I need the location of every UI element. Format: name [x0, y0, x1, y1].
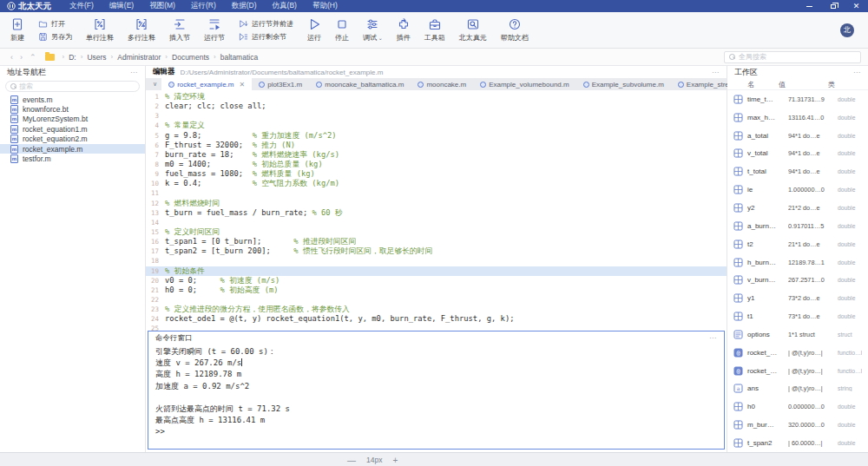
line-number: 23	[146, 305, 165, 314]
menu-item-1[interactable]: 编辑(E)	[102, 1, 141, 11]
sidebar-more-icon[interactable]: ⋯	[130, 69, 138, 76]
sidebar-search-box[interactable]	[5, 81, 140, 92]
menu-item-4[interactable]: 数据(D)	[224, 1, 265, 11]
toolbar-new-button[interactable]: 新建	[3, 13, 31, 48]
workspace-row-6[interactable]: y221*2 do…edouble	[727, 199, 868, 217]
restore-button[interactable]	[821, 0, 845, 12]
font-increase-button[interactable]: +	[392, 456, 398, 465]
breadcrumb-segment-2[interactable]: Administrator	[117, 53, 161, 62]
workspace-row-10[interactable]: v_burn…267.2571…0double	[727, 271, 868, 289]
global-search-box[interactable]	[724, 51, 861, 63]
toolbar-comment-single-button[interactable]: 单行注释	[79, 13, 121, 48]
command-window-more-icon[interactable]: ⋯	[709, 334, 717, 342]
workspace-row-4[interactable]: t_total94*1 do…edouble	[727, 162, 868, 180]
workspace-row-5[interactable]: ie1.000000…0double	[727, 180, 868, 199]
search-icon	[729, 54, 735, 60]
workspace-row-18[interactable]: m_bur…320.0000…0double	[727, 416, 868, 434]
breadcrumb-segment-0[interactable]: D:	[69, 53, 76, 62]
command-line-3: 加速度 a = 0.92 m/s^2	[155, 381, 717, 392]
editor-tab-0[interactable]: rocket_example.m✕	[161, 78, 252, 90]
file-item-rocket_equation2.m[interactable]: mrocket_equation2.m	[0, 135, 145, 144]
matrix-variable-icon	[733, 167, 743, 176]
workspace-row-9[interactable]: h_burn…12189.78…1double	[727, 253, 868, 272]
global-search-input[interactable]	[739, 53, 856, 61]
workspace-row-8[interactable]: t221*1 do…edouble	[727, 235, 868, 253]
breadcrumb-segment-1[interactable]: Users	[87, 53, 106, 62]
workspace-title: 工作区	[734, 67, 758, 78]
toolbar-run-button[interactable]: 运行	[300, 13, 328, 48]
file-item-knownforce.bt[interactable]: mknownforce.bt	[0, 104, 145, 114]
tab-close-icon[interactable]: ✕	[239, 81, 245, 89]
user-avatar[interactable]: 北	[840, 23, 854, 37]
command-window-title: 命令行窗口	[155, 333, 193, 344]
restore-icon	[831, 4, 836, 9]
toolbar-open-button[interactable]: 打开	[38, 19, 72, 29]
breadcrumb-segment-4[interactable]: baltamatica	[220, 53, 258, 62]
editor-tab-3[interactable]: mooncake.m	[411, 78, 473, 90]
variable-class: double	[838, 313, 862, 319]
svg-text:a: a	[737, 385, 740, 391]
editor-tab-5[interactable]: Example_subvolume.m	[576, 78, 671, 90]
toolbar-saveas-button[interactable]: 另存为	[38, 32, 72, 42]
toolbar-run-remaining-button[interactable]: 运行剩余节	[239, 32, 293, 42]
variable-name: t2	[747, 240, 788, 248]
workspace-more-icon[interactable]: ⋯	[853, 69, 861, 76]
toolbar-insert-section-button[interactable]: 插入节	[162, 13, 197, 48]
workspace-row-16[interactable]: aans| @(t,y)ro…|string	[727, 380, 868, 398]
close-button[interactable]: ✕	[845, 0, 868, 12]
toolbar-beitai-button[interactable]: 北太真元	[452, 13, 494, 48]
forward-icon[interactable]: ›	[16, 53, 26, 62]
workspace-row-15[interactable]: @rocket_…| @(t,y)ro…|functio…le	[727, 362, 868, 380]
toolbar-comment-multi-button[interactable]: 多行注释	[121, 13, 162, 48]
command-output[interactable]: 引擎关闭瞬间 (t = 60.00 s)：速度 v = 267.26 m/s高度…	[148, 345, 724, 449]
workspace-row-14[interactable]: @rocket_…| @(t,y)ro…|functio…le	[727, 344, 868, 362]
workspace-row-3[interactable]: v_total94*1 do…edouble	[727, 145, 868, 163]
toolbar-plugin-button[interactable]: 插件	[390, 13, 418, 48]
menu-item-2[interactable]: 视图(M)	[141, 1, 183, 11]
toolbar-label: 北太真元	[459, 33, 487, 43]
file-item-testfor.m[interactable]: mtestfor.m	[0, 154, 145, 163]
font-decrease-button[interactable]: —	[347, 456, 356, 465]
m-file-icon	[316, 82, 322, 88]
toolbar-toolbox-button[interactable]: 工具箱	[418, 13, 452, 48]
workspace-row-13[interactable]: options1*1 structstruct	[727, 325, 868, 344]
toolbar-debug-button[interactable]: 调试 ⌄	[356, 13, 390, 48]
workspace-row-0[interactable]: time_t…71.31731…9double	[727, 90, 868, 108]
workspace-row-1[interactable]: max_h…13116.41…0double	[727, 108, 868, 127]
variable-value: 320.0000…0	[788, 421, 838, 429]
file-item-rocket_equation1.m[interactable]: mrocket_equation1.m	[0, 124, 145, 134]
code-line-17: 17t_span2 = [t_burn 200]; % 惯性飞行段时间区间，取足…	[146, 246, 727, 256]
workspace-row-11[interactable]: y173*2 do…edouble	[727, 289, 868, 307]
menu-item-3[interactable]: 运行(R)	[183, 1, 224, 11]
menu-item-0[interactable]: 文件(F)	[62, 1, 102, 11]
variable-name: y1	[747, 294, 788, 302]
editor-tab-1[interactable]: plot3Ex1.m	[252, 78, 309, 90]
workspace-row-17[interactable]: h00.000000…0double	[727, 397, 868, 416]
code-area[interactable]: 1% 清空环境2clear; clc; close all;34% 常量定义5g…	[146, 90, 727, 331]
workspace-row-7[interactable]: a_burn…0.917011…5double	[727, 217, 868, 235]
menu-item-6[interactable]: 帮助(H)	[305, 1, 345, 11]
breadcrumb-separator-icon: ›	[107, 53, 118, 61]
editor-tab-4[interactable]: Example_volumebound.m	[473, 78, 576, 90]
editor-tab-2[interactable]: mooncake_baltamatica.m	[309, 78, 411, 90]
editor-more-icon[interactable]: ⋯	[712, 69, 720, 76]
breadcrumb-segment-3[interactable]: Documents	[172, 53, 209, 62]
up-icon[interactable]: ⌃	[26, 53, 40, 62]
toolbar-run-section-advance-button[interactable]: 运行节并前进	[239, 19, 293, 29]
workspace-row-12[interactable]: t173*1 do…edouble	[727, 307, 868, 325]
toolbar-stop-button[interactable]: 停止	[328, 13, 356, 48]
menu-item-5[interactable]: 仿真(B)	[265, 1, 305, 11]
file-item-events.m[interactable]: mevents.m	[0, 95, 145, 104]
tab-chevron-down-icon[interactable]: ∨	[148, 81, 161, 88]
file-item-rocket_example.m[interactable]: mrocket_example.m	[0, 144, 145, 154]
folder-icon[interactable]	[45, 54, 55, 61]
workspace-row-2[interactable]: a_total94*1 do…edouble	[727, 127, 868, 145]
workspace-row-19[interactable]: t_span2| 60.0000…|double	[727, 434, 868, 452]
variable-class: double	[838, 223, 862, 229]
sidebar-search-input[interactable]	[19, 82, 135, 90]
toolbar-run-section-button[interactable]: 运行节	[197, 13, 232, 48]
back-icon[interactable]: ‹	[7, 53, 16, 62]
minimize-button[interactable]	[798, 0, 821, 12]
toolbar-helpdoc-button[interactable]: 帮助文档	[494, 13, 536, 48]
file-item-MyLorenzSystem.bt[interactable]: mMyLorenzSystem.bt	[0, 115, 145, 124]
